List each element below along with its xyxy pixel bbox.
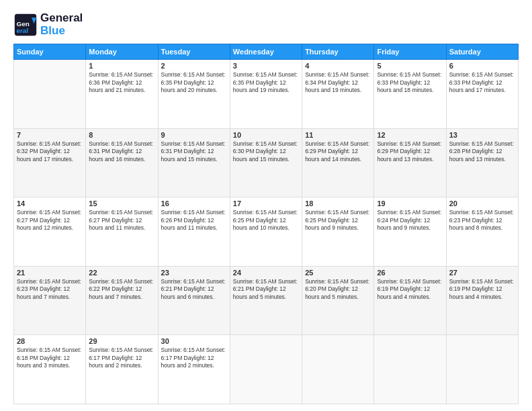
day-number: 8	[89, 131, 154, 139]
calendar-cell	[446, 335, 518, 404]
day-info: Sunrise: 6:15 AM Sunset: 6:30 PM Dayligh…	[233, 140, 299, 163]
weekday-header-tuesday: Tuesday	[158, 44, 230, 60]
calendar-cell: 21Sunrise: 6:15 AM Sunset: 6:23 PM Dayli…	[14, 266, 86, 335]
logo-text: General Blue	[40, 12, 83, 37]
day-number: 23	[161, 269, 227, 277]
week-row-5: 28Sunrise: 6:15 AM Sunset: 6:18 PM Dayli…	[14, 335, 519, 404]
day-number: 13	[449, 131, 515, 139]
calendar-cell: 3Sunrise: 6:15 AM Sunset: 6:35 PM Daylig…	[230, 60, 302, 129]
day-number: 29	[89, 337, 154, 345]
day-number: 17	[233, 199, 299, 208]
calendar-cell: 10Sunrise: 6:15 AM Sunset: 6:30 PM Dayli…	[230, 128, 302, 197]
calendar-cell: 1Sunrise: 6:15 AM Sunset: 6:36 PM Daylig…	[86, 60, 158, 129]
day-info: Sunrise: 6:15 AM Sunset: 6:25 PM Dayligh…	[305, 209, 371, 232]
weekday-header-saturday: Saturday	[446, 44, 518, 60]
day-info: Sunrise: 6:15 AM Sunset: 6:27 PM Dayligh…	[89, 209, 154, 232]
day-info: Sunrise: 6:15 AM Sunset: 6:21 PM Dayligh…	[161, 278, 227, 301]
calendar-cell: 26Sunrise: 6:15 AM Sunset: 6:19 PM Dayli…	[374, 266, 446, 335]
week-row-4: 21Sunrise: 6:15 AM Sunset: 6:23 PM Dayli…	[14, 266, 519, 335]
calendar-cell: 11Sunrise: 6:15 AM Sunset: 6:29 PM Dayli…	[302, 128, 374, 197]
calendar-cell: 28Sunrise: 6:15 AM Sunset: 6:18 PM Dayli…	[14, 335, 86, 404]
day-number: 30	[161, 337, 227, 345]
header: Gen eral General Blue	[13, 12, 519, 37]
calendar-cell: 5Sunrise: 6:15 AM Sunset: 6:33 PM Daylig…	[374, 60, 446, 129]
weekday-header-wednesday: Wednesday	[230, 44, 302, 60]
calendar-cell: 18Sunrise: 6:15 AM Sunset: 6:25 PM Dayli…	[302, 197, 374, 267]
calendar-cell: 9Sunrise: 6:15 AM Sunset: 6:31 PM Daylig…	[158, 128, 230, 197]
calendar-cell: 29Sunrise: 6:15 AM Sunset: 6:17 PM Dayli…	[86, 335, 158, 404]
day-info: Sunrise: 6:15 AM Sunset: 6:24 PM Dayligh…	[377, 209, 443, 232]
day-info: Sunrise: 6:15 AM Sunset: 6:29 PM Dayligh…	[377, 140, 443, 163]
day-info: Sunrise: 6:15 AM Sunset: 6:19 PM Dayligh…	[449, 278, 515, 301]
calendar-cell: 30Sunrise: 6:15 AM Sunset: 6:17 PM Dayli…	[158, 335, 230, 404]
day-number: 12	[377, 131, 443, 139]
day-info: Sunrise: 6:15 AM Sunset: 6:25 PM Dayligh…	[233, 209, 299, 232]
day-info: Sunrise: 6:15 AM Sunset: 6:17 PM Dayligh…	[161, 347, 227, 369]
week-row-2: 7Sunrise: 6:15 AM Sunset: 6:32 PM Daylig…	[14, 128, 519, 197]
logo-icon: Gen eral	[13, 13, 38, 37]
day-number: 18	[305, 199, 371, 208]
calendar-cell: 27Sunrise: 6:15 AM Sunset: 6:19 PM Dayli…	[446, 266, 518, 335]
calendar-cell	[14, 60, 86, 129]
calendar-cell: 22Sunrise: 6:15 AM Sunset: 6:22 PM Dayli…	[86, 266, 158, 335]
day-info: Sunrise: 6:15 AM Sunset: 6:36 PM Dayligh…	[89, 71, 154, 94]
day-number: 16	[161, 199, 227, 208]
day-number: 21	[17, 269, 83, 277]
calendar-cell: 15Sunrise: 6:15 AM Sunset: 6:27 PM Dayli…	[86, 197, 158, 267]
day-number: 11	[305, 131, 371, 139]
page: Gen eral General Blue SundayMondayTuesda…	[0, 0, 532, 411]
day-info: Sunrise: 6:15 AM Sunset: 6:33 PM Dayligh…	[377, 71, 443, 94]
weekday-header-sunday: Sunday	[14, 44, 86, 60]
day-number: 25	[305, 269, 371, 277]
week-row-3: 14Sunrise: 6:15 AM Sunset: 6:27 PM Dayli…	[14, 197, 519, 267]
calendar-cell: 17Sunrise: 6:15 AM Sunset: 6:25 PM Dayli…	[230, 197, 302, 267]
weekday-header-monday: Monday	[86, 44, 158, 60]
day-number: 9	[161, 131, 227, 139]
day-info: Sunrise: 6:15 AM Sunset: 6:23 PM Dayligh…	[449, 209, 515, 232]
day-info: Sunrise: 6:15 AM Sunset: 6:19 PM Dayligh…	[377, 278, 443, 301]
day-info: Sunrise: 6:15 AM Sunset: 6:35 PM Dayligh…	[233, 71, 299, 94]
calendar-cell: 7Sunrise: 6:15 AM Sunset: 6:32 PM Daylig…	[14, 128, 86, 197]
calendar-cell: 25Sunrise: 6:15 AM Sunset: 6:20 PM Dayli…	[302, 266, 374, 335]
day-number: 7	[17, 131, 83, 139]
day-number: 27	[449, 269, 515, 277]
day-number: 4	[305, 62, 371, 70]
day-info: Sunrise: 6:15 AM Sunset: 6:31 PM Dayligh…	[89, 140, 154, 163]
calendar-cell: 4Sunrise: 6:15 AM Sunset: 6:34 PM Daylig…	[302, 60, 374, 129]
day-info: Sunrise: 6:15 AM Sunset: 6:18 PM Dayligh…	[17, 347, 83, 369]
day-info: Sunrise: 6:15 AM Sunset: 6:20 PM Dayligh…	[305, 278, 371, 301]
weekday-header-friday: Friday	[374, 44, 446, 60]
day-number: 10	[233, 131, 299, 139]
calendar-cell: 20Sunrise: 6:15 AM Sunset: 6:23 PM Dayli…	[446, 197, 518, 267]
day-number: 3	[233, 62, 299, 70]
calendar-cell: 8Sunrise: 6:15 AM Sunset: 6:31 PM Daylig…	[86, 128, 158, 197]
calendar-cell	[302, 335, 374, 404]
calendar-cell: 24Sunrise: 6:15 AM Sunset: 6:21 PM Dayli…	[230, 266, 302, 335]
calendar-cell: 12Sunrise: 6:15 AM Sunset: 6:29 PM Dayli…	[374, 128, 446, 197]
day-number: 24	[233, 269, 299, 277]
day-number: 2	[161, 62, 227, 70]
day-number: 20	[449, 199, 515, 208]
calendar-cell: 6Sunrise: 6:15 AM Sunset: 6:33 PM Daylig…	[446, 60, 518, 129]
calendar-cell	[230, 335, 302, 404]
calendar-cell: 13Sunrise: 6:15 AM Sunset: 6:28 PM Dayli…	[446, 128, 518, 197]
calendar-cell: 23Sunrise: 6:15 AM Sunset: 6:21 PM Dayli…	[158, 266, 230, 335]
day-info: Sunrise: 6:15 AM Sunset: 6:17 PM Dayligh…	[89, 347, 154, 369]
calendar-cell: 16Sunrise: 6:15 AM Sunset: 6:26 PM Dayli…	[158, 197, 230, 267]
day-info: Sunrise: 6:15 AM Sunset: 6:21 PM Dayligh…	[233, 278, 299, 301]
weekday-header-row: SundayMondayTuesdayWednesdayThursdayFrid…	[14, 44, 519, 60]
day-info: Sunrise: 6:15 AM Sunset: 6:29 PM Dayligh…	[305, 140, 371, 163]
day-number: 19	[377, 199, 443, 208]
day-info: Sunrise: 6:15 AM Sunset: 6:26 PM Dayligh…	[161, 209, 227, 232]
calendar-table: SundayMondayTuesdayWednesdayThursdayFrid…	[13, 44, 519, 404]
day-number: 1	[89, 62, 154, 70]
day-info: Sunrise: 6:15 AM Sunset: 6:35 PM Dayligh…	[161, 71, 227, 94]
day-number: 15	[89, 199, 154, 208]
calendar-cell: 2Sunrise: 6:15 AM Sunset: 6:35 PM Daylig…	[158, 60, 230, 129]
day-number: 14	[17, 199, 83, 208]
day-number: 22	[89, 269, 154, 277]
day-number: 28	[17, 337, 83, 345]
day-info: Sunrise: 6:15 AM Sunset: 6:32 PM Dayligh…	[17, 140, 83, 163]
svg-text:eral: eral	[17, 26, 29, 34]
calendar-cell: 14Sunrise: 6:15 AM Sunset: 6:27 PM Dayli…	[14, 197, 86, 267]
